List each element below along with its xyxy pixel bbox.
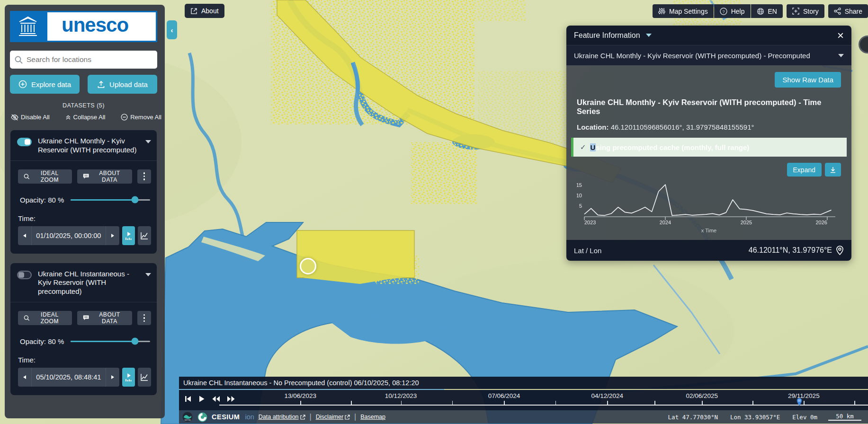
kebab-icon <box>143 172 145 180</box>
about-data-button[interactable]: ABOUT DATA <box>77 311 132 325</box>
question-icon: ? <box>720 8 727 15</box>
dataset-enabled-toggle[interactable] <box>17 271 32 279</box>
download-button[interactable] <box>825 163 841 177</box>
caret-left-icon <box>23 233 27 238</box>
selected-text: U <box>590 143 596 151</box>
opacity-slider[interactable] <box>71 199 150 201</box>
opacity-slider[interactable] <box>71 341 150 342</box>
timeline-tick <box>752 401 753 405</box>
map-settings-button[interactable]: Map Settings <box>653 4 714 18</box>
previous-time-button[interactable] <box>18 368 31 387</box>
ideal-zoom-button[interactable]: IDEAL ZOOM <box>18 169 72 184</box>
help-button[interactable]: ? Help <box>714 4 751 18</box>
explore-data-button[interactable]: Explore data <box>10 75 80 94</box>
time-label: Time: <box>10 345 157 368</box>
chart-x-axis-label: x Time <box>577 227 841 237</box>
time-value-field[interactable]: 01/10/2025, 00:00:00 <box>31 226 106 245</box>
selected-point-marker <box>300 258 316 274</box>
show-raw-data-button[interactable]: Show Raw Data <box>775 72 841 88</box>
disclaimer-link[interactable]: Disclaimer <box>316 414 350 420</box>
show-chart-button[interactable] <box>138 368 151 387</box>
timeline-tick <box>401 401 402 405</box>
play-icon <box>198 395 205 403</box>
timeline-play-button[interactable] <box>122 226 135 245</box>
timeline-tick <box>702 401 703 405</box>
ideal-zoom-button[interactable]: IDEAL ZOOM <box>18 311 72 325</box>
play-button[interactable] <box>197 394 206 404</box>
unesco-emblem-icon <box>10 11 46 42</box>
about-button[interactable]: About <box>185 4 224 18</box>
chevron-down-icon[interactable] <box>145 140 151 143</box>
chevron-down-icon[interactable] <box>145 273 151 276</box>
story-button[interactable]: Story <box>787 4 824 18</box>
expand-chart-button[interactable]: Expand <box>787 163 822 177</box>
attribution-bar: terria CESIUMion Data attribution | Disc… <box>179 410 868 424</box>
time-label: Time: <box>10 204 157 226</box>
next-time-button[interactable] <box>106 368 119 387</box>
timeline-date-label: 29/11/2025 <box>788 392 820 399</box>
timeline-track[interactable]: 13/06/202310/12/202307/06/202404/12/2024… <box>219 390 868 410</box>
collapse-all-button[interactable]: Collapse All <box>65 114 106 121</box>
opacity-slider-handle[interactable] <box>132 196 139 203</box>
search-input[interactable] <box>27 55 152 64</box>
collapse-sidebar-button[interactable]: ‹ <box>167 20 177 39</box>
feature-select-dropdown[interactable]: Ukraine CHL Monthly - Kyiv Reservoir (WI… <box>566 45 851 65</box>
cesium-wordmark[interactable]: CESIUM <box>212 413 240 421</box>
opacity-slider-handle[interactable] <box>132 338 139 345</box>
timeline-title: Ukraine CHL Instantaneous - No Precomput… <box>179 377 868 389</box>
share-icon <box>834 8 841 15</box>
disable-all-button[interactable]: Disable All <box>11 114 50 121</box>
datasets-header: DATASETS (5) <box>10 102 157 109</box>
timeline-tick <box>804 401 805 405</box>
close-icon[interactable]: × <box>837 30 844 41</box>
precomputed-cache-notice: ✓ U sing precomputed cache (monthly, ful… <box>571 138 847 157</box>
time-value-field[interactable]: 05/10/2025, 08:48:41 <box>31 368 106 387</box>
dataset-menu-button[interactable] <box>137 311 151 325</box>
timeline-tick <box>504 401 505 405</box>
terria-logo[interactable]: terria <box>182 411 193 423</box>
data-attribution-link[interactable]: Data attribution <box>259 414 305 420</box>
timeline-bar: Ukraine CHL Instantaneous - No Precomput… <box>179 377 868 424</box>
show-chart-button[interactable] <box>138 226 151 245</box>
svg-text:2025: 2025 <box>741 220 752 225</box>
dataset-menu-button[interactable] <box>137 169 151 184</box>
cesium-logo-icon[interactable] <box>197 412 207 422</box>
play-bars-icon <box>125 372 133 382</box>
svg-text:15: 15 <box>577 182 582 188</box>
timeline-tick <box>555 401 556 405</box>
timeseries-chart[interactable]: 202320242025202651015 <box>577 179 840 225</box>
about-data-button[interactable]: ABOUT DATA <box>77 169 132 184</box>
timeline-date-label: 02/06/2025 <box>686 392 718 399</box>
kebab-icon <box>143 314 145 322</box>
dataset-card-monthly: Ukraine CHL Monthly - Kyiv Reservoir (WI… <box>10 130 157 254</box>
chat-bubble-icon <box>83 173 89 179</box>
location-search[interactable] <box>10 51 157 69</box>
external-link-icon <box>300 415 305 420</box>
chevron-down-icon <box>838 54 844 57</box>
line-chart-icon <box>140 373 149 381</box>
share-button[interactable]: Share <box>828 4 868 18</box>
upload-data-button[interactable]: Upload data <box>88 75 157 94</box>
remove-all-button[interactable]: Remove All <box>121 114 161 121</box>
dataset-enabled-toggle[interactable] <box>17 138 32 146</box>
latlon-label: Lat / Lon <box>574 247 601 255</box>
dataset-card-instantaneous: Ukraine CHL Instantaneous - Kyiv Reservo… <box>10 263 157 395</box>
skip-to-start-button[interactable] <box>183 394 193 404</box>
svg-text:?: ? <box>722 9 725 14</box>
location-pin-icon[interactable] <box>836 246 844 255</box>
basemap-link[interactable]: Basemap <box>360 414 385 420</box>
svg-text:2023: 2023 <box>584 220 596 225</box>
timeline-tick <box>300 401 301 405</box>
skip-start-icon <box>184 395 192 403</box>
caret-left-icon <box>23 375 27 380</box>
download-icon <box>830 167 836 173</box>
latlon-value: 46.12011°N, 31.97976°E <box>749 246 832 255</box>
opacity-label: Opacity: 80 % <box>20 196 64 204</box>
feature-information-panel: Feature Information × Ukraine CHL Monthl… <box>566 26 851 261</box>
feature-info-title: Feature Information <box>574 31 640 40</box>
previous-time-button[interactable] <box>18 226 31 245</box>
next-time-button[interactable] <box>106 226 119 245</box>
language-button[interactable]: EN <box>751 4 783 18</box>
timeline-play-button[interactable] <box>122 368 135 387</box>
chevron-down-icon[interactable] <box>646 34 652 37</box>
